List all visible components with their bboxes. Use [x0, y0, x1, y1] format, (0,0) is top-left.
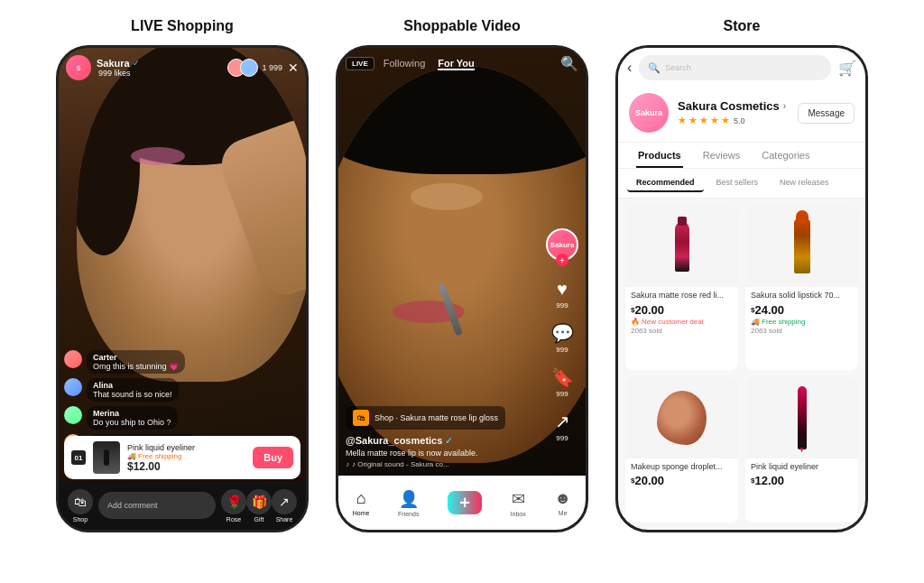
product-name-1: Sakura solid lipstick 70...	[751, 291, 853, 301]
nav-inbox[interactable]: ✉ Inbox	[511, 489, 526, 517]
product-name: Pink liquid eyeliner	[127, 443, 245, 452]
product-image-2	[625, 377, 738, 458]
nav-create[interactable]: +	[448, 491, 482, 514]
product-card-info-1: Sakura solid lipstick 70... $24.00 🚚 Fre…	[745, 287, 858, 340]
product-card-1[interactable]: Sakura solid lipstick 70... $24.00 🚚 Fre…	[745, 206, 858, 370]
share-arrow-icon: ↗	[555, 411, 570, 432]
back-icon[interactable]: ‹	[627, 60, 632, 76]
video-hair	[338, 66, 586, 174]
friends-label: Friends	[398, 511, 419, 517]
eyeliner-product-image	[798, 386, 807, 449]
chat-avatar-2	[64, 406, 82, 424]
product-card-2[interactable]: Makeup sponge droplet... $20.00	[625, 377, 738, 523]
chat-message-0: Carter Omg this is stunning 💗	[64, 350, 263, 374]
star-3-icon: ★	[699, 115, 708, 126]
gift-icon-bar[interactable]: 🎁 Gift	[246, 489, 272, 523]
product-name-2: Makeup sponge droplet...	[631, 462, 733, 473]
sponge-product-image	[657, 391, 707, 445]
following-tab[interactable]: Following	[383, 58, 425, 70]
chat-bubble-0: Carter Omg this is stunning 💗	[87, 350, 185, 374]
live-username: Sakura	[97, 58, 130, 69]
nav-friends[interactable]: 👤 Friends	[398, 489, 419, 517]
live-phone-frame: S Sakura ✓ 999 likes 1 999	[56, 45, 309, 532]
categories-tab[interactable]: Categories	[751, 143, 820, 168]
video-shop-tag[interactable]: 🛍 Shop · Sakura matte rose lip gloss	[346, 406, 505, 430]
heart-icon: ♥	[557, 279, 568, 300]
best-sellers-subtab[interactable]: Best sellers	[707, 174, 768, 192]
rose-circle-icon: 🌹	[221, 489, 246, 514]
product-image-3	[745, 377, 858, 458]
shoppable-video-section: Shoppable Video LIVE	[336, 18, 588, 532]
shop-bag-icon: 🛍	[353, 410, 369, 426]
new-customer-icon: 🔥	[631, 318, 640, 326]
follow-plus-badge[interactable]: +	[556, 254, 568, 266]
products-tab[interactable]: Products	[627, 143, 692, 168]
recommended-subtab[interactable]: Recommended	[627, 174, 704, 192]
share-icon-bar[interactable]: ↗ Share	[272, 489, 297, 523]
live-likes: 999 likes	[98, 69, 140, 78]
product-card-info-0: Sakura matte rose red li... $20.00 🔥 New…	[625, 287, 738, 340]
store-rating-value: 5.0	[734, 116, 745, 125]
store-section: Store ‹ 🔍 Search 🛒	[615, 18, 868, 532]
nav-me[interactable]: ☻ Me	[554, 489, 571, 516]
chat-bubble-2: Merina Do you ship to Ohio ?	[87, 406, 178, 430]
star-2-icon: ★	[688, 115, 698, 126]
viewer-avatar-2	[240, 59, 258, 77]
comment-icon: 💬	[551, 322, 574, 344]
home-icon: ⌂	[356, 489, 366, 508]
chat-avatar-1	[64, 378, 82, 396]
live-face	[77, 48, 306, 382]
rose-icon-bar[interactable]: 🌹 Rose	[221, 489, 246, 523]
share-circle-icon: ↗	[272, 489, 297, 514]
product-price-1: $24.00	[751, 303, 853, 317]
search-placeholder: Search	[665, 63, 691, 72]
video-navbar: ⌂ Home 👤 Friends + ✉ Inbox	[338, 476, 586, 530]
chat-message-1: Alina That sound is so nice!	[64, 378, 263, 402]
product-name-0: Sakura matte rose red li...	[631, 291, 733, 301]
share-count: 999	[556, 434, 568, 442]
live-background: S Sakura ✓ 999 likes 1 999	[59, 48, 306, 530]
store-search-bar[interactable]: 🔍 Search	[639, 55, 831, 80]
new-releases-subtab[interactable]: New releases	[771, 174, 838, 192]
comment-icon-item[interactable]: 💬 999	[551, 322, 574, 354]
share-label: Share	[276, 516, 293, 523]
inbox-label: Inbox	[511, 511, 526, 517]
live-close-icon[interactable]: ✕	[288, 60, 299, 75]
live-shopping-title: LIVE Shopping	[131, 18, 234, 34]
share-icon-item[interactable]: ↗ 999	[555, 411, 570, 442]
shop-icon-bar[interactable]: 🛍 Shop	[68, 489, 93, 523]
cart-icon[interactable]: 🛒	[838, 60, 856, 77]
product-card-0[interactable]: Sakura matte rose red li... $20.00 🔥 New…	[625, 206, 738, 370]
live-avatar: S	[66, 55, 91, 80]
comment-count: 999	[556, 346, 568, 354]
product-thumbnail	[93, 441, 120, 474]
me-label: Me	[559, 510, 568, 516]
product-name-3: Pink liquid eyeliner	[751, 462, 853, 473]
store-name: Sakura Cosmetics ›	[678, 99, 789, 113]
bookmark-count: 999	[556, 390, 568, 398]
product-card-info-3: Pink liquid eyeliner $12.00	[745, 458, 858, 494]
product-card-3[interactable]: Pink liquid eyeliner $12.00	[745, 377, 858, 523]
product-shipping: 🚚 Free shipping	[127, 452, 245, 460]
video-search-icon[interactable]: 🔍	[560, 55, 578, 72]
message-button[interactable]: Message	[798, 103, 855, 124]
store-logo-avatar: Sakura	[629, 93, 669, 133]
store-profile: Sakura Sakura Cosmetics › ★ ★ ★ ★	[618, 84, 865, 143]
video-background: LIVE Following For You 🔍 Sakura +	[338, 48, 586, 530]
product-details: Pink liquid eyeliner 🚚 Free shipping $12…	[127, 443, 245, 473]
bookmark-icon-item[interactable]: 🔖 999	[551, 366, 574, 398]
create-plus-icon: +	[448, 491, 482, 514]
nav-home[interactable]: ⌂ Home	[353, 489, 370, 516]
video-tabs: Following For You	[383, 58, 475, 70]
comment-input[interactable]: Add comment	[98, 492, 216, 519]
store-rating-stars: ★ ★ ★ ★ ★ 5.0	[678, 115, 789, 126]
product-grid: Sakura matte rose red li... $20.00 🔥 New…	[618, 199, 865, 530]
for-you-tab[interactable]: For You	[438, 58, 475, 70]
store-header: ‹ 🔍 Search 🛒	[618, 48, 865, 84]
video-phone-screen: LIVE Following For You 🔍 Sakura +	[338, 48, 586, 530]
reviews-tab[interactable]: Reviews	[692, 143, 752, 168]
live-product-bar: 01 Pink liquid eyeliner 🚚 Free shipping …	[64, 436, 300, 479]
like-icon-item[interactable]: ♥ 999	[556, 279, 568, 310]
shop-tag-text: Shop · Sakura matte rose lip gloss	[374, 413, 498, 422]
buy-button[interactable]: Buy	[253, 447, 293, 468]
